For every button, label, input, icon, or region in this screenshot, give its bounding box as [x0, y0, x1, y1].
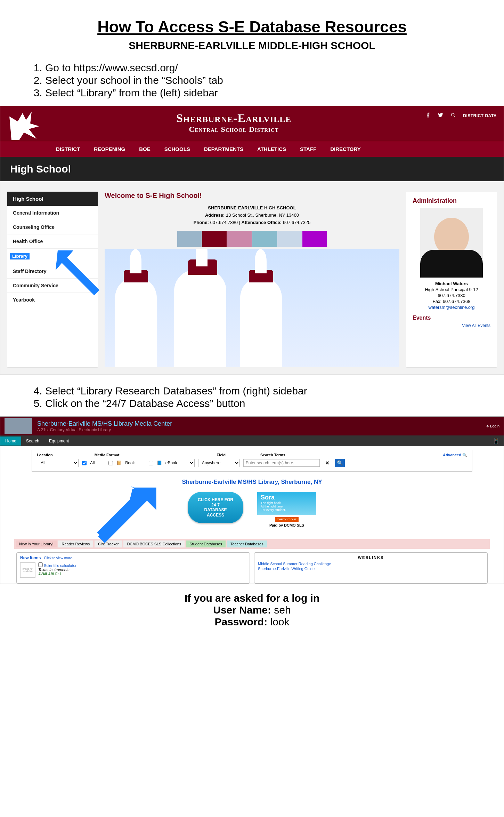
label-field: Field [217, 453, 226, 457]
content-tab[interactable]: New in Your Library! [16, 540, 57, 547]
ebook-icon: 📘 [157, 460, 162, 465]
sidebar-item-library[interactable]: Library [10, 253, 30, 260]
media-all-checkbox[interactable] [82, 461, 87, 465]
steps-list-a: Go to https://www.secsd.org/ Select your… [21, 62, 483, 99]
database-access-button[interactable]: CLICK HERE FOR 24-7 DATABASE ACCESS [188, 492, 243, 523]
login-prompt: If you are asked for a log in [0, 592, 504, 604]
sidebar-item[interactable]: Health Office [7, 234, 98, 249]
screenshot-district-site: Sherburne-Earlville Central School Distr… [0, 106, 504, 375]
principal-name: Michael Waters [435, 281, 468, 286]
hero-image [105, 249, 399, 367]
item-maker: Texas Instruments [38, 568, 69, 572]
view-more-link[interactable]: Click to view more. [44, 556, 73, 560]
principal-email-link[interactable]: watersm@seonline.org [428, 305, 474, 310]
content-tabs: New in Your Library! Reader Reviews Circ… [14, 539, 490, 549]
weblinks-panel: WEBLINKS Middle School Summer Reading Ch… [254, 552, 488, 584]
svg-point-0 [452, 113, 454, 116]
media-ebook-checkbox[interactable] [149, 461, 153, 465]
nav-item[interactable]: ATHLETICS [257, 146, 286, 152]
label-media: Media Format [95, 453, 120, 457]
photo-thumbnails [105, 231, 399, 247]
events-heading: Events [413, 315, 490, 321]
step-item: Click on the “24/7 Database Access” butt… [45, 398, 483, 409]
library-title: Sherburne-Earlville MS/HS Library Media … [37, 420, 172, 427]
mobile-icon[interactable]: 📱 [488, 435, 504, 446]
view-all-events-link[interactable]: View All Events [462, 323, 490, 328]
weblinks-heading: WEBLINKS [258, 555, 484, 560]
admin-heading: Administration [413, 197, 490, 205]
search-button[interactable]: 🔍 [335, 459, 345, 467]
step-item: Select your school in the “Schools” tab [45, 74, 483, 86]
sora-promo[interactable]: Sora The right book. At the right time. … [257, 492, 316, 527]
welcome-heading: Welcome to S-E High School! [105, 192, 399, 200]
new-items-panel: New Items Click to view more. image not … [16, 552, 250, 584]
sidebar-item[interactable]: General Information [7, 206, 98, 220]
step-item: Select “Library Research Databases” from… [45, 385, 483, 397]
sidebar-item[interactable]: Yearbook [7, 293, 98, 307]
step-item: Select “Library” from the (left) sidebar [45, 87, 483, 99]
admin-panel: Administration Michael Waters High Schoo… [406, 192, 497, 367]
item-checkbox[interactable] [38, 562, 43, 567]
content-tab[interactable]: DCMO BOCES SLS Collections [123, 540, 185, 547]
item-availability: AVAILABLE: 1 [38, 572, 62, 576]
sidebar-item[interactable]: Staff Directory [7, 264, 98, 279]
school-address-block: SHERBURNE-EARLVILLE HIGH SCHOOL Address:… [105, 205, 399, 226]
location-select[interactable]: All [37, 459, 79, 467]
site-subtitle: Central School District [42, 125, 425, 134]
label-location: Location [37, 453, 53, 457]
doc-subtitle: SHERBURNE-EARLVILLE MIDDLE-HIGH SCHOOL [21, 40, 483, 51]
district-data-link[interactable]: DISTRICT DATA [463, 113, 497, 118]
item-title-link[interactable]: Scientific calculator [44, 563, 76, 568]
sidebar-header: High School [7, 192, 98, 206]
book-icon: 📔 [116, 460, 122, 465]
twitter-icon[interactable] [438, 112, 444, 119]
credentials-block: If you are asked for a log in User Name:… [0, 592, 504, 628]
nav-item[interactable]: SCHOOLS [164, 146, 190, 152]
principal-fax: Fax: 607.674.7368 [413, 299, 490, 304]
weblink[interactable]: Middle School Summer Reading Challenge [258, 562, 484, 566]
library-name-link[interactable]: Sherburne-Earlville MS/HS Library, Sherb… [0, 479, 504, 486]
left-sidebar: High School General Information Counseli… [7, 192, 98, 367]
nav-item[interactable]: STAFF [300, 146, 316, 152]
sidebar-item[interactable]: Counseling Office [7, 220, 98, 234]
nav-item[interactable]: DISTRICT [56, 146, 80, 152]
search-icon[interactable] [450, 112, 456, 119]
new-items-heading: New Items [20, 555, 41, 560]
weblink[interactable]: Sherburne-Earlville Writing Guide [258, 567, 484, 571]
advanced-search-link[interactable]: Advanced 🔍 [443, 453, 467, 457]
media-more-select[interactable] [181, 459, 195, 467]
library-subtitle: A 21st Century Virtual Electronic Librar… [37, 427, 172, 432]
content-tab[interactable]: Teacher Databases [227, 540, 267, 547]
content-tab[interactable]: Reader Reviews [58, 540, 93, 547]
content-tab[interactable]: Student Databases [186, 540, 226, 547]
nav-item[interactable]: BOE [139, 146, 151, 152]
facebook-icon[interactable] [425, 112, 431, 119]
nav-tab-home[interactable]: Home [0, 436, 21, 446]
login-link[interactable]: Login [486, 424, 499, 428]
nav-tab-equipment[interactable]: Equipment [44, 436, 74, 446]
nav-item[interactable]: DEPARTMENTS [204, 146, 243, 152]
nav-item[interactable]: DIRECTORY [330, 146, 361, 152]
nav-item[interactable]: REOPENING [94, 146, 125, 152]
username-value: seh [274, 604, 291, 616]
steps-list-b: Select “Library Research Databases” from… [21, 385, 483, 409]
principal-photo [413, 208, 490, 278]
sidebar-item[interactable]: Community Service [7, 279, 98, 293]
page-title-band: High School [0, 157, 504, 181]
label-terms: Search Terms [260, 453, 285, 457]
nav-tab-search[interactable]: Search [21, 436, 44, 446]
doc-title: How To Access S-E Database Resources [21, 17, 483, 36]
svg-line-1 [454, 116, 455, 117]
field-select[interactable]: Anywhere [198, 459, 240, 467]
wolf-logo-icon [7, 110, 42, 141]
content-tab[interactable]: Circ Tracker [95, 540, 122, 547]
top-nav: DISTRICT REOPENING BOE SCHOOLS DEPARTMEN… [0, 141, 504, 157]
principal-title: High School Principal 9-12 [413, 287, 490, 292]
media-book-checkbox[interactable] [108, 461, 113, 465]
principal-phone: 607.674.7380 [413, 293, 490, 298]
search-panel: Location Media Format Field Search Terms… [32, 450, 472, 472]
search-terms-input[interactable] [243, 459, 320, 467]
item-thumbnail: image not available [20, 562, 35, 578]
clear-search-button[interactable]: ✕ [323, 460, 332, 466]
step-item: Go to https://www.secsd.org/ [45, 62, 483, 74]
